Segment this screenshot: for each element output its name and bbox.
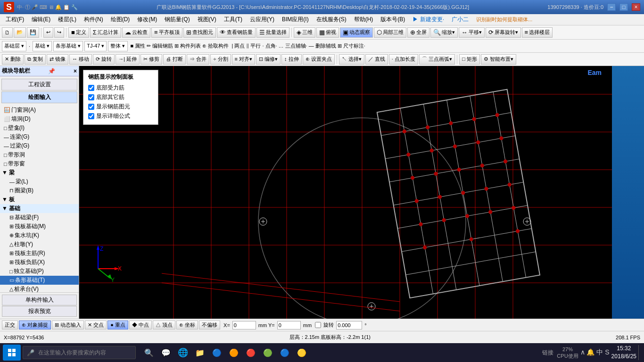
- tb-property[interactable]: ■ 属性: [131, 42, 146, 49]
- y-input[interactable]: [277, 321, 301, 329]
- canvas-area[interactable]: 钢筋显示控制面板 底部受力筋 底部其它筋 显示钢筋图元 显示详细公式 Eam: [79, 66, 644, 319]
- tb-open[interactable]: 📂: [14, 27, 26, 38]
- tb-flattop[interactable]: ≡平齐板顶: [151, 27, 182, 38]
- tb-3pointaxis[interactable]: … 三点辅轴·: [279, 42, 307, 49]
- sb-intersection[interactable]: ✕ 交点: [85, 321, 107, 329]
- tb-divide[interactable]: ÷ 分割: [210, 54, 231, 65]
- tree-item-columncap[interactable]: △柱墩(Y): [0, 240, 79, 249]
- tb-viewsteel[interactable]: 👁查看钢筋量: [217, 27, 256, 38]
- tb-complist[interactable]: ⊞ 构件列表: [174, 42, 201, 49]
- tb-delete[interactable]: ✕ 删除: [2, 54, 24, 65]
- tb-fullscreen[interactable]: ⊕全屏: [407, 27, 429, 38]
- tb-new[interactable]: 🗋: [2, 27, 13, 38]
- menu-item-modify[interactable]: 修改(M): [133, 15, 161, 25]
- tree-item-piletcap[interactable]: △桩承台(V): [0, 285, 79, 292]
- tree-item-stripfound[interactable]: ▭条形基础(T): [0, 276, 79, 285]
- tree-item-wallopening[interactable]: ⬜墙洞(D): [0, 115, 79, 123]
- steel-option-show-formula[interactable]: 显示详细公式: [88, 112, 153, 120]
- menu-item-draw[interactable]: 绘图(D): [107, 15, 134, 25]
- tb-pointangle[interactable]: · 点角·: [262, 42, 277, 49]
- nav-single-component[interactable]: 单构件输入: [2, 295, 77, 305]
- tb-merge[interactable]: ⇒ 合并: [187, 54, 209, 65]
- sb-keypoint[interactable]: ● 重点: [107, 321, 128, 329]
- tree-item-stripwin[interactable]: □带形窗: [0, 159, 79, 168]
- tb-trim[interactable]: ✂ 修剪: [140, 54, 162, 65]
- menu-item-component[interactable]: 构件(N): [80, 15, 107, 25]
- tb-rect[interactable]: □ 矩形: [459, 54, 480, 65]
- taskbar-app-edge[interactable]: 🔵: [209, 345, 224, 360]
- show-desktop[interactable]: [638, 345, 641, 360]
- tb-zoom[interactable]: 🔍缩放▾: [430, 27, 458, 38]
- menu-item-newchange[interactable]: ▶ 新建变更·: [409, 15, 448, 25]
- menu-item-edit[interactable]: 编辑(E): [28, 15, 54, 25]
- taskbar-app-gwsteel[interactable]: 🔴: [243, 345, 258, 360]
- tb-dimension[interactable]: ⊞ 尺寸标注·: [338, 42, 365, 49]
- scope[interactable]: 整体 ▾: [108, 41, 127, 51]
- tb-3d[interactable]: ◈三维: [294, 27, 315, 38]
- tb-pointlength[interactable]: · 点加长度: [389, 54, 418, 65]
- tree-item-niche[interactable]: □壁龛(I): [0, 123, 79, 132]
- tb-mirror[interactable]: ⇄ 镜像: [47, 54, 68, 65]
- tree-item-beam[interactable]: —梁(L): [0, 177, 79, 186]
- taskbar-app-7[interactable]: 🟡: [294, 345, 309, 360]
- tb-copy[interactable]: ⧉ 复制: [25, 54, 46, 65]
- component-id[interactable]: TJ-47 ▾: [84, 41, 107, 51]
- sb-orthogonal[interactable]: 正交: [2, 321, 18, 329]
- tree-item-pithole[interactable]: ⊕集水坑(K): [0, 231, 79, 240]
- nav-close[interactable]: ×: [74, 68, 77, 74]
- tree-item-beam-group[interactable]: ▼ 梁: [0, 168, 79, 177]
- tb-pan[interactable]: ↔平移▾: [459, 27, 485, 38]
- menu-item-file[interactable]: 工程(F): [2, 15, 28, 25]
- tb-partial3d[interactable]: ⬡局部三维: [374, 27, 406, 38]
- tree-item-raftmain[interactable]: ⊞筏板主筋(R): [0, 249, 79, 258]
- nav-pin[interactable]: 📌: [48, 68, 55, 74]
- menu-item-floor[interactable]: 楼层(L): [54, 15, 80, 25]
- tb-editmod[interactable]: ⊡ 编修▾: [256, 54, 281, 65]
- tree-item-slab-group[interactable]: ▼ 板: [0, 195, 79, 204]
- maximize-button[interactable]: □: [619, 3, 628, 11]
- network-status[interactable]: 链接: [541, 349, 555, 357]
- tree-item-lintel[interactable]: —过梁(G): [0, 141, 79, 150]
- sb-coordinate[interactable]: ⊕ 坐标: [176, 321, 198, 329]
- sb-dynainput[interactable]: ⊞ 动态输入: [52, 321, 84, 329]
- menu-item-version[interactable]: 版本号(B): [377, 15, 409, 25]
- steel-option-show-element[interactable]: 显示钢筋图元: [88, 103, 153, 111]
- steel-option-bottom-main[interactable]: 底部受力筋: [88, 84, 153, 92]
- rotate-input[interactable]: [336, 321, 362, 329]
- tree-item-foundbeam[interactable]: ⊟基础梁(F): [0, 213, 79, 222]
- tb-editsteel[interactable]: ✏ 编辑钢筋: [147, 42, 173, 49]
- tb-save[interactable]: 💾: [27, 27, 39, 38]
- tb-sum[interactable]: Σ汇总计算: [90, 27, 121, 38]
- tb-undo[interactable]: ↩: [43, 27, 53, 38]
- nav-project-settings[interactable]: 工程设置: [1, 79, 77, 90]
- tb-pull[interactable]: ↕ 拉伸: [281, 54, 302, 65]
- minimize-button[interactable]: −: [607, 3, 616, 11]
- search-box[interactable]: 🎤 在这里输入你要搜索的内容: [23, 346, 136, 359]
- menu-item-tools[interactable]: 工具(T): [220, 15, 246, 25]
- taskbar-app-chat[interactable]: 💬: [158, 345, 173, 360]
- tb-setpoint[interactable]: ⊕ 设置夹点: [303, 54, 335, 65]
- tree-item-raftneg[interactable]: ⊞筏板负筋(X): [0, 258, 79, 267]
- x-input[interactable]: [232, 321, 256, 329]
- tb-define[interactable]: ■定义: [68, 27, 89, 38]
- tb-select[interactable]: ↖ 选择▾: [339, 54, 364, 65]
- nav-report-preview[interactable]: 报表预览: [2, 306, 77, 317]
- taskbar-app-6[interactable]: 🔵: [277, 345, 292, 360]
- tb-rotate2[interactable]: ⟳ 旋转: [93, 54, 115, 65]
- sb-vertex[interactable]: △ 顶点: [153, 321, 175, 329]
- layer-name[interactable]: 基础层 ▾: [2, 41, 26, 51]
- tb-move[interactable]: ↔ 移动: [69, 54, 92, 65]
- tb-rotate[interactable]: ⟳屏幕旋转▾: [486, 27, 521, 38]
- tb-topview[interactable]: ▦俯视: [316, 27, 339, 38]
- tb-findelement[interactable]: ⊞查找图元: [183, 27, 216, 38]
- taskbar-app-gwcloud[interactable]: 🟠: [226, 345, 241, 360]
- close-button[interactable]: ×: [632, 3, 640, 11]
- menu-item-bim[interactable]: BIM应用(I): [278, 15, 313, 25]
- tb-arc[interactable]: ⌒ 三点画弧▾: [419, 54, 455, 65]
- tree-item-raftfound[interactable]: ⊞筏板基础(M): [0, 222, 79, 231]
- menu-item-assistant[interactable]: 广小二: [448, 15, 472, 25]
- tb-pickup[interactable]: ⊕ 拾取构件: [202, 42, 229, 49]
- tree-item-foundation-group[interactable]: ▼ 基础: [0, 204, 79, 213]
- steel-option-bottom-other[interactable]: 底部其它筋: [88, 93, 153, 101]
- tb-print[interactable]: 🖨 打断: [163, 54, 186, 65]
